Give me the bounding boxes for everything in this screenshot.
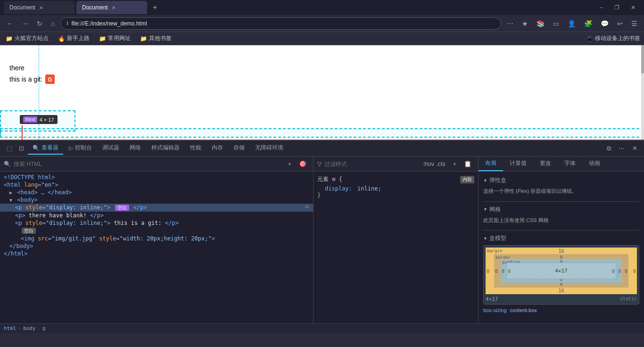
breadcrumb-p[interactable]: p <box>42 325 46 331</box>
devtools-tab-accessibility[interactable]: 无障碍环境 <box>250 142 288 155</box>
maximize-button[interactable]: ❐ <box>610 2 624 13</box>
grid-description: 此页面上没有使用 CSS 网格 <box>483 216 639 225</box>
tab-1[interactable]: Document ✕ <box>4 1 74 14</box>
history-button[interactable]: ↩ <box>614 18 626 29</box>
tab-2-close[interactable]: ✕ <box>112 5 116 10</box>
css-copy-button[interactable]: 📋 <box>461 158 474 169</box>
css-add-rule-button[interactable]: + <box>450 158 459 169</box>
accessibility-label: 无障碍环境 <box>255 144 283 152</box>
bookmark-item-2[interactable]: 🔥 新手上路 <box>56 33 91 43</box>
devtools-more-button[interactable]: ⋯ <box>616 143 627 154</box>
add-tab-button[interactable]: + <box>149 3 161 12</box>
flex-section-title[interactable]: ▼ 弹性盒 <box>483 176 639 184</box>
head-close-tag: </head> <box>48 189 72 196</box>
empty-badge: 空白 <box>22 228 36 234</box>
devtools-panel: ⬚ ⊡ 🔍 查看器 ▷ 控制台 调试器 网络 样式编辑器 性能 <box>0 140 644 333</box>
devtools-expand-button[interactable]: ⧉ <box>604 143 614 154</box>
back-button[interactable]: ← <box>4 18 16 29</box>
html-line-img[interactable]: <img src="img/git.jpg" style="width: 20p… <box>0 235 313 242</box>
filter-icon: ▽ <box>317 161 322 167</box>
bookmark-item-4[interactable]: 📁 其他书签 <box>138 33 173 43</box>
body-collapse[interactable]: ▼ <box>9 198 12 203</box>
devtools-right-controls: ⧉ ⋯ ✕ <box>604 143 640 154</box>
html-line-head[interactable]: ▶ <head> … </head> <box>0 189 313 196</box>
console-icon: ▷ <box>69 145 73 151</box>
devtools-close-button[interactable]: ✕ <box>629 143 640 154</box>
devtools-tab-viewer[interactable]: 🔍 查看器 <box>28 142 63 155</box>
bookmark-button[interactable]: ★ <box>519 18 531 29</box>
responsive-button[interactable]: ⊡ <box>16 143 27 154</box>
devtools-tab-network[interactable]: 网络 <box>125 142 146 155</box>
html-line-html-close[interactable]: </html> <box>0 250 313 257</box>
pick-element-button[interactable]: 🎯 <box>296 158 309 169</box>
git-image: G <box>45 74 55 85</box>
tab-1-close[interactable]: ✕ <box>39 5 43 10</box>
devtools-tab-debugger[interactable]: 调试器 <box>98 142 124 155</box>
html-line-body-close[interactable]: </body> <box>0 242 313 250</box>
layout-tab-layout[interactable]: 布局 <box>479 157 503 171</box>
devtools-tab-memory[interactable]: 内存 <box>207 142 228 155</box>
scroll-indicator[interactable] <box>641 45 644 140</box>
devtools-tab-style-editor[interactable]: 样式编辑器 <box>147 142 184 155</box>
viewer-label: 查看器 <box>41 144 58 152</box>
mobile-bookmark[interactable]: 📱 移动设备上的书签 <box>586 34 640 42</box>
html-content: <!DOCTYPE html> <html lang="en"> ▶ <head… <box>0 172 313 323</box>
box-sizing-val: content-box <box>510 307 537 313</box>
tooltip-tag-label: #text <box>23 116 37 123</box>
css-pseudo-button[interactable]: :hov .cls <box>420 158 448 169</box>
html-line-p1[interactable]: <p style="display: inline;"> 空白 </p> ≫ <box>0 204 313 212</box>
box-model-arrow-icon: ▼ <box>483 236 487 241</box>
breadcrumb-html[interactable]: html <box>4 325 17 331</box>
grid-section: ▼ 网格 此页面上没有使用 CSS 网格 <box>483 206 639 225</box>
sync-button[interactable]: 👤 <box>565 18 578 29</box>
mobile-bookmark-label: 移动设备上的书签 <box>595 34 640 42</box>
devtools-tab-performance[interactable]: 性能 <box>185 142 206 155</box>
breadcrumb: html › body › p <box>0 323 644 333</box>
css-filter-input[interactable] <box>324 161 417 167</box>
layout-tab-animation[interactable]: 动画 <box>582 157 607 171</box>
forward-button[interactable]: → <box>19 18 31 29</box>
menu-button[interactable]: ☰ <box>628 18 640 29</box>
layout-tab-computed[interactable]: 计算值 <box>503 157 533 171</box>
layout-tab-fonts[interactable]: 字体 <box>558 157 582 171</box>
breadcrumb-body[interactable]: body <box>23 325 36 331</box>
address-bar[interactable]: ℹ file:///E:/index/new_demo.html <box>60 17 501 30</box>
tab-2-label: Document <box>82 4 108 11</box>
html-line-empty-badge[interactable]: 空白 <box>0 227 313 235</box>
close-button[interactable]: ✕ <box>626 2 640 13</box>
box-model-visual: margin 16 16 0 0 border 0 0 0 <box>483 245 639 305</box>
more-button[interactable]: ⋯ <box>504 18 516 29</box>
html-search-input[interactable] <box>14 161 282 167</box>
devtools-tab-console[interactable]: ▷ 控制台 <box>64 142 97 155</box>
tab-2[interactable]: Document ✕ <box>76 1 147 14</box>
page-content: #text 4 × 17 there this is a git: G <box>0 45 644 140</box>
addon-button[interactable]: 🧩 <box>581 18 595 29</box>
devtools-tab-storage[interactable]: 存储 <box>229 142 249 155</box>
minimize-button[interactable]: − <box>595 2 608 13</box>
home-button[interactable]: ⌂ <box>48 18 58 29</box>
html-line-html[interactable]: <html lang="en"> <box>0 181 313 189</box>
html-search-icons: + 🎯 <box>285 158 309 169</box>
debugger-label: 调试器 <box>102 144 119 152</box>
chat-button[interactable]: 💬 <box>598 18 611 29</box>
html-line-body[interactable]: ▼ <body> <box>0 196 313 204</box>
bookmark-item-3[interactable]: 📁 常用网址 <box>97 33 132 43</box>
html-line-p2[interactable]: <p> there have blank! </p> <box>0 212 313 219</box>
head-collapse[interactable]: ▶ <box>9 190 12 195</box>
storage-label: 存储 <box>233 144 245 152</box>
inspect-icon-button[interactable]: ⬚ <box>4 143 15 154</box>
margin-right-val: 0 <box>633 268 636 273</box>
box-model-section-title[interactable]: ▼ 盒模型 <box>483 234 639 242</box>
bookmark-item-1[interactable]: 📁 火狐官方站点 <box>4 33 50 43</box>
library-button[interactable]: 📚 <box>534 18 547 29</box>
css-prop-name: display: <box>325 185 352 192</box>
html-line-doctype[interactable]: <!DOCTYPE html> <box>0 174 313 181</box>
sidebar-button[interactable]: ▭ <box>550 18 562 29</box>
add-node-button[interactable]: + <box>285 158 294 169</box>
html-line-p3[interactable]: <p style="display: inline;"> this is a g… <box>0 219 313 227</box>
grid-section-title[interactable]: ▼ 网格 <box>483 206 639 214</box>
padding-right-val: 0 <box>618 268 621 273</box>
refresh-button[interactable]: ↻ <box>34 18 45 29</box>
bookmark-icon-1: 📁 <box>6 35 13 42</box>
layout-tab-changes[interactable]: 更改 <box>533 157 558 171</box>
